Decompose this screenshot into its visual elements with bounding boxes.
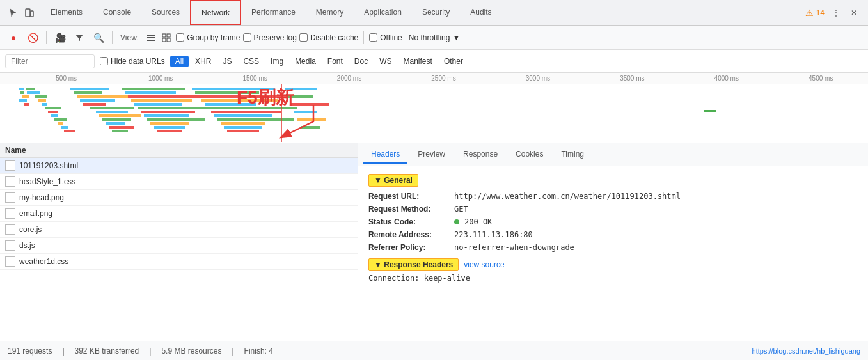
file-item-0[interactable]: 101191203.shtml	[0, 158, 358, 174]
file-item-4[interactable]: core.js	[0, 222, 358, 238]
svg-rect-59	[221, 122, 265, 125]
filter-manifest-btn[interactable]: Manifest	[398, 56, 438, 67]
disable-cache-label[interactable]: Disable cache	[299, 33, 358, 42]
detail-content: ▼ General Request URL: http://www.weathe…	[358, 166, 868, 341]
svg-rect-51	[195, 91, 259, 94]
timeline-area: 500 ms 1000 ms 1500 ms 2000 ms 2500 ms 3…	[0, 73, 868, 143]
tab-security[interactable]: Security	[412, 0, 460, 25]
svg-rect-20	[48, 111, 58, 113]
tab-right: ⚠ 14 ⋮ ✕	[800, 6, 865, 19]
search-button[interactable]: 🔍	[90, 29, 107, 46]
tab-bar-icons	[3, 0, 40, 25]
finish-status: Finish: 4	[244, 347, 273, 356]
general-section-label: ▼ General	[374, 176, 413, 185]
file-item-6[interactable]: weather1d.css	[0, 254, 358, 270]
offline-label[interactable]: Offline	[369, 33, 402, 42]
hide-data-urls-label[interactable]: Hide data URLs	[100, 57, 165, 66]
svg-rect-53	[201, 99, 278, 102]
timeline-waterfall: F5刷新	[0, 84, 868, 142]
svg-rect-41	[131, 99, 192, 102]
filter-other-btn[interactable]: Other	[439, 56, 468, 67]
svg-rect-24	[61, 126, 68, 129]
svg-rect-68	[301, 126, 320, 129]
tab-application[interactable]: Application	[354, 0, 412, 25]
filter-all-btn[interactable]: All	[170, 56, 189, 67]
remote-address-value: 223.111.13.186:80	[454, 230, 533, 239]
preserve-log-checkbox[interactable]	[243, 33, 251, 42]
tab-audits[interactable]: Audits	[460, 0, 501, 25]
filter-img-btn[interactable]: Img	[265, 56, 288, 67]
svg-rect-33	[99, 114, 141, 117]
filter-font-btn[interactable]: Font	[322, 56, 348, 67]
detail-tab-response[interactable]: Response	[455, 146, 505, 164]
file-item-1[interactable]: headStyle_1.css	[0, 174, 358, 190]
tab-console[interactable]: Console	[93, 0, 141, 25]
general-section-box[interactable]: ▼ General	[368, 174, 418, 187]
svg-rect-50	[192, 88, 275, 90]
filter-css-btn[interactable]: CSS	[238, 56, 264, 67]
more-icon[interactable]: ⋮	[830, 6, 842, 19]
detail-tab-preview[interactable]: Preview	[410, 146, 453, 164]
response-connection-value: Connection: keep-alive	[368, 274, 470, 283]
svg-rect-57	[214, 114, 272, 117]
detail-tab-timing[interactable]: Timing	[553, 146, 592, 164]
tab-sources[interactable]: Sources	[141, 0, 190, 25]
detail-tab-headers[interactable]: Headers	[363, 146, 407, 164]
group-by-frame-label[interactable]: Group by frame	[176, 33, 240, 42]
view-list-icon[interactable]	[144, 31, 158, 45]
tab-elements[interactable]: Elements	[40, 0, 93, 25]
filter-media-btn[interactable]: Media	[290, 56, 321, 67]
file-item-3[interactable]: email.png	[0, 206, 358, 222]
svg-rect-39	[125, 91, 176, 94]
detail-tab-cookies[interactable]: Cookies	[508, 146, 551, 164]
filter-input[interactable]	[5, 54, 95, 68]
svg-rect-23	[58, 122, 63, 125]
filter-ws-btn[interactable]: WS	[374, 56, 397, 67]
view-label: View:	[120, 33, 139, 42]
separator-1: |	[62, 347, 64, 356]
filter-doc-btn[interactable]: Doc	[349, 56, 373, 67]
svg-rect-1	[31, 11, 33, 17]
camera-button[interactable]: 🎥	[52, 29, 68, 46]
record-button[interactable]: ●	[5, 29, 22, 46]
svg-rect-6	[167, 34, 170, 37]
svg-rect-64	[288, 95, 313, 98]
file-name-1: headStyle_1.css	[19, 177, 75, 186]
request-url-row: Request URL: http://www.weather.com.cn/w…	[368, 192, 858, 201]
referrer-policy-row: Referrer Policy: no-referrer-when-downgr…	[368, 243, 858, 252]
file-item-5[interactable]: ds.js	[0, 238, 358, 254]
clear-button[interactable]: 🚫	[24, 29, 41, 46]
main-content: Name 101191203.shtml headStyle_1.css my-…	[0, 143, 868, 341]
file-name-0: 101191203.shtml	[19, 161, 78, 170]
group-by-frame-checkbox[interactable]	[176, 33, 184, 42]
disable-cache-checkbox[interactable]	[299, 33, 308, 42]
general-section-header: ▼ General	[368, 174, 858, 187]
view-grid-icon[interactable]	[159, 31, 173, 45]
tab-network[interactable]: Network	[190, 0, 241, 25]
svg-rect-29	[80, 99, 115, 102]
svg-rect-26	[70, 88, 109, 90]
svg-rect-2	[147, 35, 155, 36]
throttle-dropdown[interactable]: No throttling ▼	[405, 32, 464, 43]
warning-badge[interactable]: ⚠ 14	[805, 8, 825, 18]
timeline-ruler: 500 ms 1000 ms 1500 ms 2000 ms 2500 ms 3…	[0, 73, 868, 84]
response-headers-box[interactable]: ▼ Response Headers	[368, 258, 459, 271]
offline-checkbox[interactable]	[369, 33, 377, 42]
close-icon[interactable]: ✕	[848, 6, 860, 19]
filter-js-btn[interactable]: JS	[217, 56, 237, 67]
view-source-link[interactable]: view source	[464, 260, 504, 269]
tab-memory[interactable]: Memory	[306, 0, 354, 25]
preserve-log-label[interactable]: Preserve log	[243, 33, 297, 42]
hide-data-urls-checkbox[interactable]	[100, 57, 108, 65]
svg-rect-60	[224, 126, 262, 129]
svg-rect-61	[227, 130, 259, 132]
cursor-icon[interactable]	[6, 6, 19, 19]
svg-rect-49	[157, 130, 182, 132]
divider-3	[363, 31, 364, 44]
filter-button[interactable]	[71, 29, 88, 46]
filter-xhr-btn[interactable]: XHR	[190, 56, 216, 67]
tab-performance[interactable]: Performance	[241, 0, 306, 25]
device-icon[interactable]	[23, 6, 36, 19]
file-item-2[interactable]: my-head.png	[0, 190, 358, 206]
bottom-url[interactable]: https://blog.csdn.net/hb_lishiguang	[752, 347, 860, 355]
